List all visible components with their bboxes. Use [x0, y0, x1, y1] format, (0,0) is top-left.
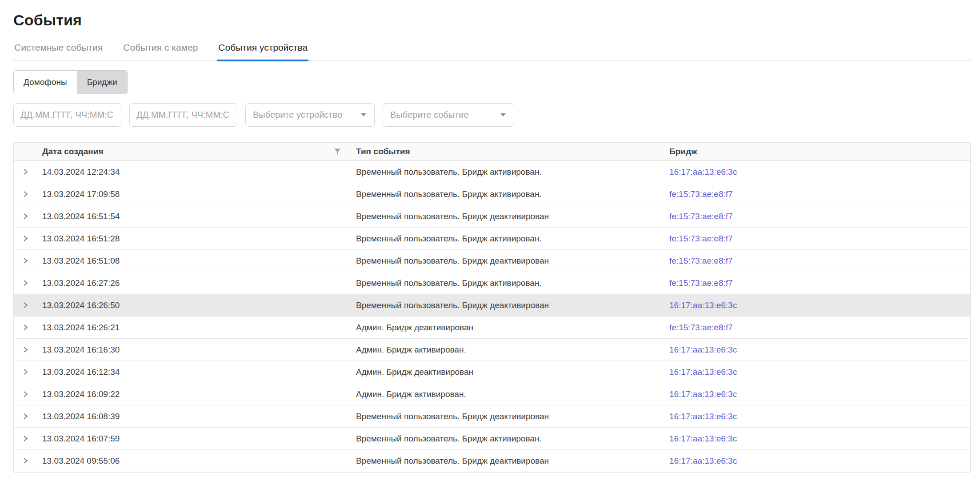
table-row[interactable]: 13.03.2024 16:51:28 Временный пользовате…: [14, 228, 970, 250]
chevron-right-icon[interactable]: [20, 167, 30, 177]
bridge-cell: 16:17:aa:13:e6:3c: [659, 434, 970, 444]
bridge-cell: fe:15:73:ae:e8:f7: [659, 212, 970, 221]
event-type: Временный пользователь. Бридж деактивиро…: [350, 256, 659, 266]
bridge-cell: 16:17:aa:13:e6:3c: [659, 456, 970, 466]
chevron-right-icon[interactable]: [20, 278, 30, 288]
bridge-link[interactable]: 16:17:aa:13:e6:3c: [669, 301, 737, 310]
table-row[interactable]: 13.03.2024 16:26:21 Админ. Бридж деактив…: [14, 317, 970, 339]
event-date: 13.03.2024 16:09:22: [37, 389, 350, 399]
table-row[interactable]: 13.03.2024 16:51:54 Временный пользовате…: [14, 205, 970, 228]
chevron-right-icon[interactable]: [20, 345, 30, 355]
bridge-link[interactable]: 16:17:aa:13:e6:3c: [669, 389, 737, 399]
table-row[interactable]: 13.03.2024 16:26:50 Временный пользовате…: [14, 294, 970, 317]
event-date: 13.03.2024 16:12:34: [37, 367, 350, 377]
expander-cell: [14, 300, 37, 310]
bridge-link[interactable]: fe:15:73:ae:e8:f7: [669, 278, 733, 288]
chevron-right-icon[interactable]: [20, 389, 30, 399]
event-type: Временный пользователь. Бридж деактивиро…: [350, 456, 659, 466]
expander-cell: [14, 456, 37, 466]
filter-icon[interactable]: [332, 147, 343, 156]
event-date: 14.03.2024 12:24:34: [37, 167, 350, 177]
table-row[interactable]: 13.03.2024 16:16:30 Админ. Бридж активир…: [14, 339, 970, 361]
expander-cell: [14, 233, 37, 244]
event-date: 13.03.2024 17:09:58: [37, 189, 350, 199]
tab-bar: Системные события События с камер Событи…: [13, 42, 971, 61]
bridge-link[interactable]: 16:17:aa:13:e6:3c: [669, 456, 737, 465]
table-row[interactable]: 14.03.2024 12:24:34 Временный пользовате…: [14, 161, 970, 183]
chevron-right-icon[interactable]: [20, 433, 30, 444]
event-type: Админ. Бридж активирован.: [350, 345, 659, 355]
bridge-cell: fe:15:73:ae:e8:f7: [659, 323, 970, 333]
table-row[interactable]: 13.03.2024 09:55:06 Временный пользовате…: [14, 450, 970, 472]
event-date: 13.03.2024 16:51:28: [37, 234, 350, 244]
column-header-date-label: Дата создания: [42, 147, 104, 156]
event-date: 13.03.2024 16:07:59: [37, 434, 350, 444]
table-row[interactable]: 13.03.2024 16:51:08 Временный пользовате…: [14, 250, 970, 272]
table-row[interactable]: 13.03.2024 16:08:39 Временный пользовате…: [14, 405, 970, 428]
bridge-link[interactable]: fe:15:73:ae:e8:f7: [669, 323, 733, 332]
event-select[interactable]: Выберите событие: [383, 103, 514, 127]
bridge-link[interactable]: fe:15:73:ae:e8:f7: [669, 234, 733, 243]
date-to-input[interactable]: [129, 103, 237, 127]
event-type: Временный пользователь. Бридж деактивиро…: [350, 212, 659, 221]
table-row[interactable]: 13.03.2024 16:27:26 Временный пользовате…: [14, 272, 970, 294]
event-type: Временный пользователь. Бридж деактивиро…: [350, 412, 659, 421]
bridge-cell: fe:15:73:ae:e8:f7: [659, 189, 970, 199]
date-from-input[interactable]: [13, 103, 121, 127]
bridge-cell: fe:15:73:ae:e8:f7: [659, 234, 970, 244]
bridge-link[interactable]: 16:17:aa:13:e6:3c: [669, 345, 737, 354]
expander-cell: [14, 322, 37, 333]
tab-device-events[interactable]: События устройства: [217, 42, 308, 61]
expander-cell: [14, 367, 37, 377]
events-table: Дата создания Тип события Бридж: [13, 142, 971, 473]
column-header-type-label: Тип события: [356, 147, 410, 156]
bridge-link[interactable]: fe:15:73:ae:e8:f7: [669, 212, 733, 221]
event-date: 13.03.2024 16:27:26: [37, 278, 350, 288]
chevron-right-icon[interactable]: [20, 322, 30, 333]
chevron-right-icon[interactable]: [20, 256, 30, 266]
bridge-cell: fe:15:73:ae:e8:f7: [659, 278, 970, 288]
tab-camera-events[interactable]: События с камер: [122, 42, 199, 61]
events-page: События Системные события События с каме…: [0, 0, 980, 473]
table-row[interactable]: 13.03.2024 17:09:58 Временный пользовате…: [14, 183, 970, 205]
event-date: 13.03.2024 16:26:50: [37, 301, 350, 310]
chevron-right-icon[interactable]: [20, 300, 30, 310]
event-date: 13.03.2024 16:16:30: [37, 345, 350, 355]
expander-cell: [14, 189, 37, 199]
chevron-right-icon[interactable]: [20, 367, 30, 377]
bridge-link[interactable]: 16:17:aa:13:e6:3c: [669, 412, 737, 421]
column-header-bridge: Бридж: [659, 143, 970, 160]
event-type: Временный пользователь. Бридж активирова…: [350, 434, 659, 444]
event-type: Временный пользователь. Бридж активирова…: [350, 189, 659, 199]
bridge-link[interactable]: 16:17:aa:13:e6:3c: [669, 434, 737, 443]
expander-cell: [14, 211, 37, 221]
tab-system-events[interactable]: Системные события: [13, 42, 104, 61]
chevron-right-icon[interactable]: [20, 211, 30, 221]
expander-cell: [14, 411, 37, 421]
bridge-link[interactable]: 16:17:aa:13:e6:3c: [669, 367, 737, 377]
chevron-right-icon[interactable]: [20, 456, 30, 466]
bridge-link[interactable]: fe:15:73:ae:e8:f7: [669, 189, 733, 199]
table-row[interactable]: 13.03.2024 16:12:34 Админ. Бридж деактив…: [14, 361, 970, 383]
bridge-cell: 16:17:aa:13:e6:3c: [659, 412, 970, 421]
table-row[interactable]: 13.03.2024 16:09:22 Админ. Бридж активир…: [14, 383, 970, 405]
chevron-right-icon[interactable]: [20, 411, 30, 421]
chevron-right-icon[interactable]: [20, 189, 30, 199]
bridge-link[interactable]: fe:15:73:ae:e8:f7: [669, 256, 733, 265]
bridge-cell: 16:17:aa:13:e6:3c: [659, 301, 970, 310]
event-type: Админ. Бридж активирован.: [350, 389, 659, 399]
bridge-link[interactable]: 16:17:aa:13:e6:3c: [669, 167, 737, 176]
toggle-bridges[interactable]: Бриджи: [77, 71, 127, 94]
bridge-cell: fe:15:73:ae:e8:f7: [659, 256, 970, 266]
event-type: Временный пользователь. Бридж активирова…: [350, 234, 659, 244]
event-date: 13.03.2024 09:55:06: [37, 456, 350, 466]
event-date: 13.03.2024 16:08:39: [37, 412, 350, 421]
filter-bar: Выберите устройство Выберите событие: [13, 103, 971, 127]
event-type: Админ. Бридж деактивирован: [350, 323, 659, 333]
toggle-intercoms[interactable]: Домофоны: [14, 71, 77, 94]
chevron-right-icon[interactable]: [20, 233, 30, 244]
table-row[interactable]: 13.03.2024 16:07:59 Временный пользовате…: [14, 428, 970, 450]
device-select[interactable]: Выберите устройство: [245, 103, 375, 127]
device-select-placeholder: Выберите устройство: [253, 110, 342, 120]
header-expander-column: [14, 143, 37, 160]
